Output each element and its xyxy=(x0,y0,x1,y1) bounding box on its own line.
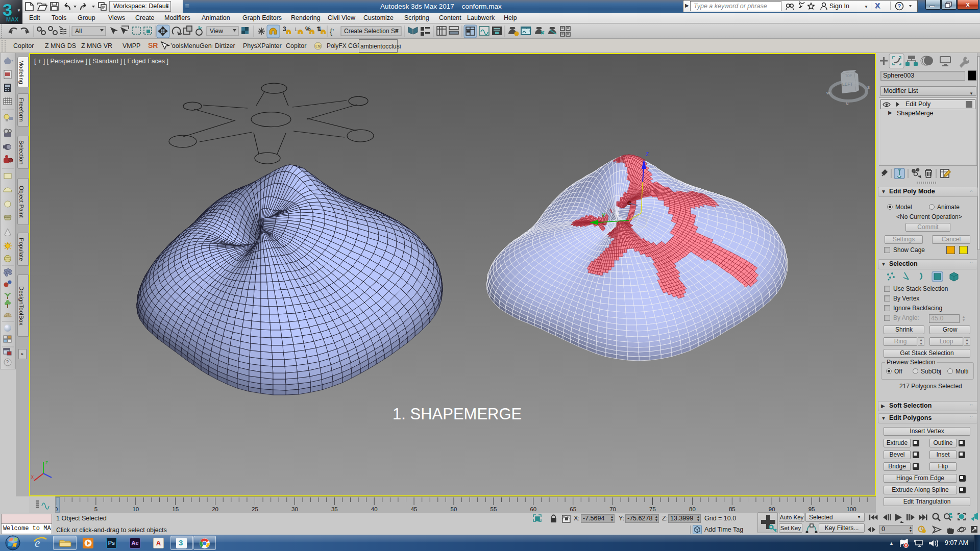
svg-text:75: 75 xyxy=(649,506,656,512)
svg-text:25: 25 xyxy=(252,506,258,512)
svg-text:5: 5 xyxy=(94,506,97,512)
svg-text:Y: Y xyxy=(602,213,605,218)
svg-text:W: W xyxy=(826,91,830,95)
svg-text:x: x xyxy=(31,474,34,480)
svg-text:0: 0 xyxy=(56,506,58,512)
svg-text:90: 90 xyxy=(769,506,775,512)
svg-text:15: 15 xyxy=(172,506,179,512)
svg-text:1. SHAPEMERGE: 1. SHAPEMERGE xyxy=(393,405,522,423)
svg-text:80: 80 xyxy=(689,506,696,512)
svg-text:65: 65 xyxy=(570,506,576,512)
svg-text:10: 10 xyxy=(132,506,139,512)
svg-text:TOP: TOP xyxy=(845,74,852,78)
svg-text:30: 30 xyxy=(291,506,298,512)
svg-text:Create Selection Se: Create Selection Se xyxy=(344,28,399,35)
svg-text:100: 100 xyxy=(846,506,856,512)
svg-text:Lte: Lte xyxy=(315,44,322,48)
svg-text:?: ? xyxy=(6,360,9,365)
svg-text:[ + ] [ Perspective ] [ Standa: [ + ] [ Perspective ] [ Standard ] [ Edg… xyxy=(34,58,168,65)
svg-text:N: N xyxy=(846,102,848,106)
svg-text:Z: Z xyxy=(646,152,649,157)
svg-text:70: 70 xyxy=(609,506,616,512)
svg-text:45: 45 xyxy=(411,506,418,512)
svg-text:{’: {’ xyxy=(330,27,334,36)
svg-text:40: 40 xyxy=(371,506,378,512)
svg-text:20: 20 xyxy=(212,506,218,512)
svg-text:All: All xyxy=(75,28,82,35)
svg-text:S: S xyxy=(867,85,870,90)
svg-text:50: 50 xyxy=(451,506,457,512)
svg-text:z: z xyxy=(45,460,48,465)
svg-text:3: 3 xyxy=(283,26,286,33)
svg-text:35: 35 xyxy=(331,506,338,512)
svg-text:?: ? xyxy=(898,3,901,9)
svg-text:60: 60 xyxy=(530,506,536,512)
svg-text:LEFT: LEFT xyxy=(842,82,853,87)
svg-text:55: 55 xyxy=(491,506,497,512)
svg-text:85: 85 xyxy=(729,506,736,512)
svg-text:View: View xyxy=(210,28,223,35)
svg-text:95: 95 xyxy=(808,506,815,512)
